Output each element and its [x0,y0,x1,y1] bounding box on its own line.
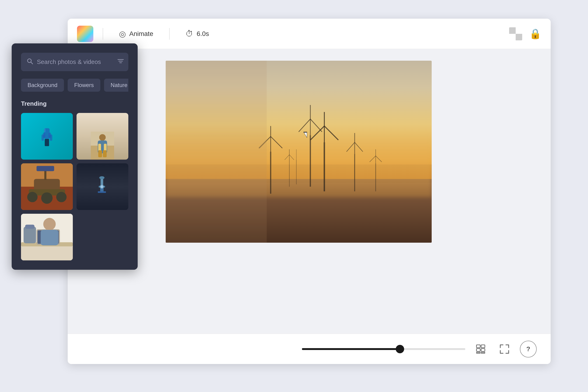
svg-rect-51 [103,150,107,157]
canvas-area [68,49,551,334]
svg-line-33 [31,62,33,64]
svg-line-22 [285,155,289,160]
office-svg [21,214,73,260]
lock-icon[interactable]: 🔒 [529,28,541,40]
svg-point-67 [101,186,103,188]
svg-rect-29 [481,348,485,352]
svg-rect-75 [24,227,36,243]
svg-point-46 [99,134,106,141]
grid-item-microscope[interactable] [76,163,128,210]
microscope-svg [93,176,112,198]
svg-point-56 [27,192,38,202]
svg-line-23 [289,155,294,160]
filter-icon [117,58,124,64]
chip-background[interactable]: Background [21,79,64,92]
svg-line-7 [271,136,282,148]
thumb-person-bg [76,113,128,160]
time-button[interactable]: ⏱ 6.0s [179,26,216,42]
svg-line-19 [376,156,382,162]
person-svg [91,132,114,160]
category-chips: Background Flowers Nature Sur› [21,79,128,92]
grid-item-office[interactable] [21,214,73,260]
toolbar-right: 🔒 [509,27,541,40]
animate-button[interactable]: ◎ Animate [112,26,160,42]
svg-rect-50 [98,150,102,157]
thumb-office-bg [21,214,73,260]
grid-view-button[interactable] [472,341,489,358]
bottom-bar: ? [68,334,551,364]
chip-flowers[interactable]: Flowers [68,79,100,92]
animate-icon: ◎ [119,29,126,38]
svg-rect-40 [43,133,45,138]
svg-rect-74 [40,230,58,246]
svg-rect-76 [25,225,34,229]
bottom-controls: ? [472,341,537,358]
svg-rect-65 [98,191,106,193]
app-logo[interactable] [77,26,93,42]
progress-fill [302,348,400,350]
svg-line-3 [324,126,338,140]
editor-window: ◎ Animate ⏱ 6.0s 🔒 [68,19,551,364]
toolbar: ◎ Animate ⏱ 6.0s 🔒 [68,19,551,49]
grid-icon [476,344,485,354]
checker-icon[interactable] [509,27,522,40]
checker-cell-2 [516,27,522,34]
progress-thumb[interactable] [396,345,404,353]
svg-rect-41 [49,133,51,138]
filter-button[interactable] [116,57,125,67]
svg-rect-43 [44,128,45,132]
grid-item-hand[interactable] [21,113,73,160]
sidebar-panel: Background Flowers Nature Sur› Trending [12,44,138,270]
checker-cell-1 [509,27,516,34]
image-grid [21,113,128,260]
toolbar-divider [103,28,103,40]
grid-item-mars[interactable] [21,163,73,210]
time-label: 6.0s [197,30,209,38]
checker-cell-4 [516,34,522,40]
svg-line-14 [346,142,355,152]
mars-svg [21,163,73,210]
svg-rect-26 [476,345,480,348]
hand-svg [38,124,56,148]
expand-icon [500,344,509,354]
grid-item-person[interactable] [76,113,128,160]
svg-line-10 [299,119,310,132]
search-input[interactable] [37,58,113,66]
svg-line-2 [310,126,324,140]
svg-rect-28 [476,348,480,352]
overlay [166,61,267,243]
trending-section: Trending [21,100,128,260]
svg-line-15 [355,142,363,152]
svg-rect-60 [37,166,54,171]
chip-nature[interactable]: Nature [104,79,128,92]
wind-turbine-scene [166,61,432,243]
svg-rect-31 [481,352,485,353]
svg-point-62 [99,176,104,179]
trending-title: Trending [21,100,128,107]
thumb-hand-bg [21,113,73,160]
svg-point-57 [41,192,53,204]
thumb-microscope-bg [76,163,128,210]
svg-line-18 [370,156,376,162]
search-icon [26,58,33,66]
expand-button[interactable] [496,341,513,358]
thumb-mars-bg [21,163,73,210]
svg-point-58 [56,192,66,202]
animate-label: Animate [129,30,153,38]
clock-icon: ⏱ [186,29,194,38]
search-bar [21,53,128,71]
checker-cell-3 [509,34,516,40]
svg-rect-42 [45,139,49,146]
svg-point-73 [43,218,56,230]
svg-line-11 [310,119,322,132]
svg-rect-70 [21,246,73,260]
svg-rect-27 [481,345,485,348]
toolbar-divider-2 [169,28,170,40]
svg-rect-30 [476,352,480,353]
canvas-main-image [166,61,432,243]
progress-track[interactable] [302,348,465,350]
help-button[interactable]: ? [520,341,537,358]
